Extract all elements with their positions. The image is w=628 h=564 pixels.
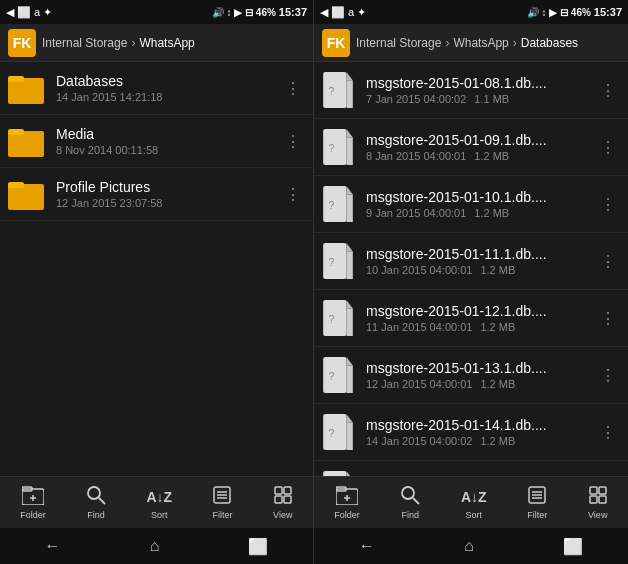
status-left-1: ◀ ⬜ a ✦ [6,6,52,19]
file-name: msgstore-2015-01-10.1.db.... [366,189,596,205]
more-button[interactable]: ⋮ [281,128,305,155]
filter-icon [212,485,232,508]
file-meta: 10 Jan 2015 04:00:01 1.2 MB [366,264,596,276]
svg-rect-16 [275,487,282,494]
file-date: 9 Jan 2015 04:00:01 [366,207,466,219]
svg-marker-37 [346,300,352,308]
file-date: 12 Jan 2015 04:00:01 [366,378,472,390]
sys-back-btn-2[interactable]: ← [359,537,375,555]
svg-rect-46 [346,422,352,450]
svg-rect-36 [323,300,346,336]
back-button-2[interactable]: FK [322,29,350,57]
file-name: msgstore-2015-01-09.1.db.... [366,132,596,148]
sys-recent-btn-2[interactable]: ⬜ [563,537,583,556]
sys-nav-1: ← ⌂ ⬜ [0,528,313,564]
toolbar-sort-label-1: Sort [151,510,168,520]
svg-rect-64 [590,496,597,503]
file-size: 1.2 MB [480,435,515,447]
more-button[interactable]: ⋮ [596,77,620,104]
breadcrumb-sep-1: › [131,36,135,50]
svg-rect-65 [599,496,606,503]
file-name: msgstore-2015-01-08.1.db.... [366,75,596,91]
list-item[interactable]: ? msgstore-2015-01-12.1.db.... 11 Jan 20… [314,290,628,347]
find-icon-2 [400,485,420,508]
file-size: 1.1 MB [474,93,509,105]
file-name: Media [56,126,281,142]
list-item[interactable]: ? msgstore-2015-01-13.1.db.... 12 Jan 20… [314,347,628,404]
list-item[interactable]: ? msgstore-2015-01-08.1.db.... 7 Jan 201… [314,62,628,119]
list-item[interactable]: ? msgstore-2015-01-10.1.db.... 9 Jan 201… [314,176,628,233]
file-name: msgstore-2015-01-11.1.db.... [366,246,596,262]
more-button[interactable]: ⋮ [596,362,620,389]
more-button[interactable]: ⋮ [281,181,305,208]
svg-rect-26 [346,137,352,165]
svg-text:?: ? [328,199,334,211]
file-list-2: ? msgstore-2015-01-08.1.db.... 7 Jan 201… [314,62,628,476]
toolbar-filter-btn-2[interactable]: Filter [527,485,547,520]
list-item[interactable]: ? msgstore-2015-01-11.1.db.... 10 Jan 20… [314,233,628,290]
more-button[interactable]: ⋮ [596,191,620,218]
more-button[interactable]: ⋮ [596,248,620,275]
generic-file-icon: ? [322,471,354,476]
file-date: 7 Jan 2015 04:00:02 [366,93,466,105]
file-meta: 11 Jan 2015 04:00:01 1.2 MB [366,321,596,333]
toolbar-folder-btn-2[interactable]: Folder [334,485,360,520]
bottom-toolbar-1: Folder Find A↓Z Sort Filter View [0,476,313,528]
file-date: 12 Jan 2015 23:07:58 [56,197,162,209]
nav-bar-1: FK Internal Storage › WhatsApp [0,24,313,62]
svg-marker-33 [346,243,352,251]
more-button[interactable]: ⋮ [281,75,305,102]
svg-point-56 [402,487,414,499]
list-item[interactable]: ? msgstore-2015-01-09.1.db.... 8 Jan 201… [314,119,628,176]
file-date: 11 Jan 2015 04:00:01 [366,321,472,333]
file-date: 14 Jan 2015 04:00:02 [366,435,472,447]
list-item[interactable]: ? msgstore.db.crypt8 14 Jan 2015 14:21:1… [314,461,628,476]
status-icons-left-2: ◀ ⬜ a ✦ [320,6,366,19]
list-item[interactable]: Profile Pictures 12 Jan 2015 23:07:58 ⋮ [0,168,313,221]
toolbar-filter-btn-1[interactable]: Filter [212,485,232,520]
toolbar-sort-label-2: Sort [466,510,483,520]
svg-rect-30 [346,194,352,222]
toolbar-view-label-2: View [588,510,607,520]
sys-home-btn-1[interactable]: ⌂ [150,537,160,555]
file-list-1: Databases 14 Jan 2015 14:21:18 ⋮ Media 8… [0,62,313,476]
toolbar-sort-btn-1[interactable]: A↓Z Sort [146,486,172,520]
toolbar-find-btn-2[interactable]: Find [400,485,420,520]
file-size: 1.2 MB [480,264,515,276]
bottom-toolbar-2: Folder Find A↓Z Sort Filter View [314,476,628,528]
svg-rect-24 [323,129,346,165]
svg-rect-1 [8,76,24,82]
file-date: 14 Jan 2015 14:21:18 [56,91,162,103]
toolbar-folder-btn-1[interactable]: Folder [20,485,46,520]
folder-icon [8,72,44,104]
file-info: msgstore-2015-01-10.1.db.... 9 Jan 2015 … [366,189,596,219]
svg-rect-38 [346,308,352,336]
svg-rect-28 [323,186,346,222]
file-name: Databases [56,73,281,89]
file-name: msgstore-2015-01-12.1.db.... [366,303,596,319]
file-meta: 8 Jan 2015 04:00:01 1.2 MB [366,150,596,162]
svg-rect-18 [275,496,282,503]
file-meta: 8 Nov 2014 00:11:58 [56,144,281,156]
svg-rect-5 [8,182,24,188]
folder-add-icon [22,485,44,508]
toolbar-find-btn-1[interactable]: Find [86,485,106,520]
sort-icon-2: A↓Z [461,486,487,508]
list-item[interactable]: ? msgstore-2015-01-14.1.db.... 14 Jan 20… [314,404,628,461]
more-button[interactable]: ⋮ [596,134,620,161]
signal-icons-2: 🔊 ↕ ▶ ⊟ 46% [527,7,591,18]
sys-home-btn-2[interactable]: ⌂ [464,537,474,555]
breadcrumb-sep2-2: › [513,36,517,50]
more-button[interactable]: ⋮ [596,419,620,446]
more-button[interactable]: ⋮ [596,305,620,332]
sort-icon: A↓Z [146,486,172,508]
list-item[interactable]: Media 8 Nov 2014 00:11:58 ⋮ [0,115,313,168]
toolbar-view-btn-2[interactable]: View [588,485,608,520]
toolbar-sort-btn-2[interactable]: A↓Z Sort [461,486,487,520]
toolbar-view-btn-1[interactable]: View [273,485,293,520]
list-item[interactable]: Databases 14 Jan 2015 14:21:18 ⋮ [0,62,313,115]
sys-recent-btn-1[interactable]: ⬜ [248,537,268,556]
back-button-1[interactable]: FK [8,29,36,57]
file-meta: 12 Jan 2015 04:00:01 1.2 MB [366,378,596,390]
sys-back-btn-1[interactable]: ← [45,537,61,555]
